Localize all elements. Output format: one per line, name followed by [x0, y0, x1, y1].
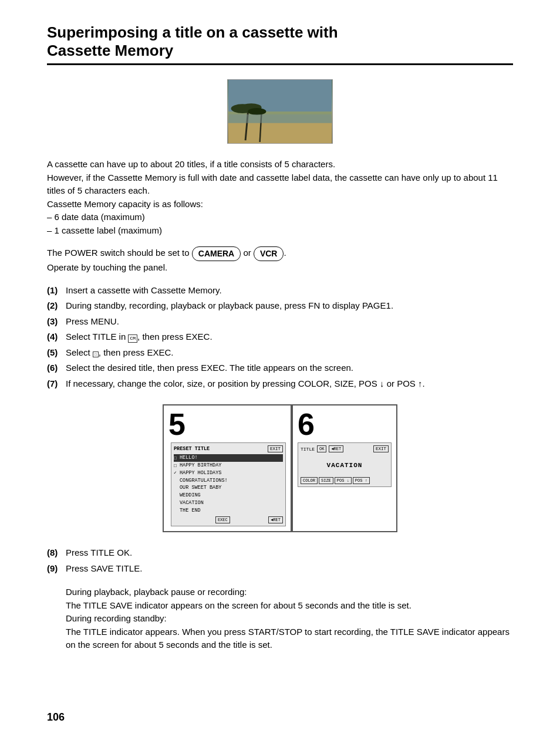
step-num-7: (7) [47, 377, 66, 391]
step-8: (8) Press TITLE OK. [47, 546, 513, 560]
screen-5-icon-0: □ [174, 455, 180, 462]
step-1: (1) Insert a cassette with Cassette Memo… [47, 284, 513, 298]
step-2: (2) During standby, recording, playback … [47, 299, 513, 313]
steps-block-2: (8) Press TITLE OK. (9) Press SAVE TITLE… [47, 546, 513, 575]
step-text-5: Select □, then press EXEC. [66, 346, 513, 360]
screen-5-text-1: HAPPY BIRTHDAY [180, 462, 221, 469]
screen-5-spacer [174, 516, 177, 523]
step-text-4: Select TITLE in CM, then press EXEC. [66, 330, 513, 344]
screen-5-inner: PRESET TITLE EXIT □ HELLO! □ HAPPY BIRTH… [171, 442, 286, 526]
screen-5-text-7: THE END [180, 507, 201, 515]
title-save-indicator-text: The TITLE SAVE indicator appears on the … [66, 599, 513, 613]
step-4: (4) Select TITLE in CM, then press EXEC. [47, 330, 513, 344]
page-number: 106 [47, 711, 65, 724]
screen-5-text-3: CONGRATULATIONS! [180, 477, 228, 485]
screen-6-pos-down-btn: POS ↓ [335, 477, 352, 484]
step-num-2: (2) [47, 299, 66, 313]
screen-6-bottom-row: COLOR SIZE POS ↓ POS ↑ [301, 477, 389, 484]
step-text-8: Press TITLE OK. [66, 546, 513, 560]
screen-5-title: PRESET TITLE [174, 446, 210, 452]
page-title: Superimposing a title on a cassette with… [47, 23, 513, 60]
step-num-6: (6) [47, 361, 66, 375]
screen-6-inner: TITLE OK ◄RET EXIT VACATION COLOR SIZE P… [298, 442, 392, 487]
step-num-5: (5) [47, 346, 66, 360]
svg-rect-2 [228, 123, 332, 143]
screen-6-color-btn: COLOR [301, 477, 318, 484]
step-text-2: During standby, recording, playback or p… [66, 299, 513, 313]
during-playback-text: During playback, playback pause or recor… [66, 586, 513, 599]
screen-5-item-6: VACATION [174, 499, 283, 507]
body-text-block: A cassette can have up to about 20 title… [47, 158, 513, 237]
square-icon: □ [93, 351, 99, 357]
after-text-block: During playback, playback pause or recor… [47, 586, 513, 652]
step-text-6: Select the desired title, then press EXE… [66, 361, 513, 375]
step-7: (7) If necessary, change the color, size… [47, 377, 513, 391]
after-text-indent-1: During playback, playback pause or recor… [47, 586, 513, 652]
vacation-image: VACATION [227, 79, 333, 144]
step-num-8: (8) [47, 546, 66, 560]
screen-5-text-5: WEDDING [180, 492, 201, 499]
step-text-7: If necessary, change the color, size, or… [66, 377, 513, 391]
step-text-3: Press MENU. [66, 315, 513, 329]
screen-6-vacation-text: VACATION [301, 456, 389, 475]
step-9: (9) Press SAVE TITLE. [47, 562, 513, 576]
step-text-9: Press SAVE TITLE. [66, 562, 513, 576]
screen-6-exit-btn: EXIT [373, 445, 389, 452]
svg-point-7 [248, 108, 266, 115]
steps-block-1: (1) Insert a cassette with Cassette Memo… [47, 284, 513, 391]
screen-6-ok-btn: OK [317, 445, 326, 452]
screen-5-text-4: OUR SWEET BABY [180, 484, 221, 492]
screen-5-exec-btn: EXEC [215, 516, 230, 523]
camera-badge: CAMERA [192, 246, 241, 261]
step-num-3: (3) [47, 315, 66, 329]
screen-5-header: PRESET TITLE EXIT [174, 445, 283, 452]
screen-6-title-label: TITLE [301, 447, 315, 452]
screen-6-size-btn: SIZE [319, 477, 333, 484]
title-indicator-text: The TITLE indicator appears. When you pr… [66, 626, 513, 652]
screen-5-item-0: □ HELLO! [174, 454, 283, 462]
step-3: (3) Press MENU. [47, 315, 513, 329]
screen-5-item-5: WEDDING [174, 492, 283, 499]
step-6: (6) Select the desired title, then press… [47, 361, 513, 375]
during-recording-standby-text: During recording standby: [66, 612, 513, 626]
svg-rect-8 [228, 114, 332, 123]
screen-6-header: TITLE OK ◄RET EXIT [301, 445, 389, 452]
screen-5-icon-1: □ [174, 462, 180, 469]
screens-diagram: 5 PRESET TITLE EXIT □ HELLO! □ HAPPY BIR… [47, 404, 513, 532]
screen-5-ret-btn: ◄RET [268, 516, 283, 523]
step-num-9: (9) [47, 562, 66, 576]
screen-6-number: 6 [298, 409, 315, 440]
step-5: (5) Select □, then press EXEC. [47, 346, 513, 360]
step-num-1: (1) [47, 284, 66, 298]
screen-6-ret-btn: ◄RET [329, 445, 343, 452]
title-divider [47, 63, 513, 65]
screen-5-text-0: HELLO! [180, 454, 198, 462]
screen-5-item-2: ✓ HAPPY HOLIDAYS [174, 469, 283, 477]
screen-5-exit: EXIT [268, 445, 283, 452]
vacation-image-container: VACATION [47, 79, 513, 144]
screen-5-icon-2: ✓ [174, 469, 180, 476]
screen-5-item-7: THE END [174, 507, 283, 515]
screen-5-footer: EXEC ◄RET [174, 516, 283, 523]
cm-icon: CM [128, 334, 137, 343]
screen-5-number: 5 [168, 409, 185, 440]
screen-5-item-4: OUR SWEET BABY [174, 484, 283, 492]
screen-5-item-3: CONGRATULATIONS! [174, 477, 283, 485]
screen-6-box: 6 TITLE OK ◄RET EXIT VACATION COLOR SIZE… [292, 404, 397, 532]
vcr-badge: VCR [254, 246, 284, 261]
step-text-1: Insert a cassette with Cassette Memory. [66, 284, 513, 298]
screen-5-text-2: HAPPY HOLIDAYS [180, 469, 221, 477]
screen-5-item-1: □ HAPPY BIRTHDAY [174, 462, 283, 469]
screen-6-pos-up-btn: POS ↑ [353, 477, 370, 484]
power-switch-text: The POWER switch should be set to CAMERA… [47, 246, 513, 275]
step-num-4: (4) [47, 330, 66, 344]
screen-6-title-ok: TITLE OK ◄RET [301, 445, 343, 452]
screen-5-box: 5 PRESET TITLE EXIT □ HELLO! □ HAPPY BIR… [163, 404, 292, 532]
screen-5-text-6: VACATION [180, 499, 204, 507]
page-container: Superimposing a title on a cassette with… [0, 0, 560, 697]
